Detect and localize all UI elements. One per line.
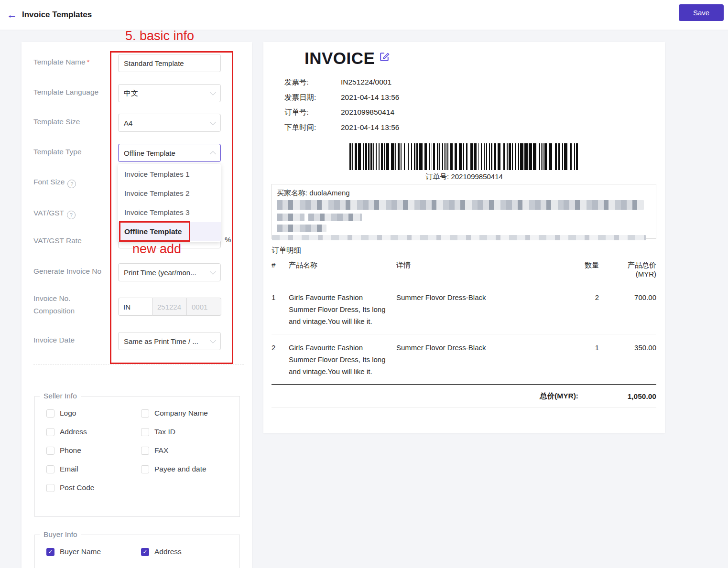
checkbox-label: Address — [60, 428, 87, 436]
col-no: # — [272, 261, 284, 278]
checkbox-label: Address — [154, 547, 182, 556]
generate-invoice-no-value: Print Time (year/mon... — [124, 268, 196, 277]
chevron-up-icon — [210, 151, 216, 157]
checkbox-label: Tax ID — [154, 428, 175, 436]
buyer-address-box: 买家名称: duolaAmeng — [272, 184, 656, 239]
template-language-label: Template Language — [33, 88, 98, 96]
redacted-address-line — [277, 200, 644, 210]
chevron-down-icon — [210, 89, 216, 96]
invoice-preview-panel: INVOICE 发票号:IN251224/0001发票日期:2021-04-14… — [263, 42, 665, 433]
checkbox-icon[interactable] — [141, 447, 149, 455]
checkbox-item[interactable]: Payee and date — [141, 465, 239, 473]
dropdown-option[interactable]: Invoice Templates 3 — [118, 203, 221, 222]
template-size-value: A4 — [124, 119, 132, 127]
chevron-down-icon — [210, 337, 216, 343]
checkbox-item[interactable]: Tax ID — [141, 428, 239, 436]
checkbox-icon[interactable] — [46, 409, 54, 418]
meta-label: 发票日期: — [284, 93, 341, 102]
chevron-down-icon — [210, 119, 216, 125]
checkbox-icon[interactable] — [46, 428, 54, 436]
checkbox-item[interactable]: Post Code — [46, 483, 141, 492]
meta-value: 2021-04-14 13:56 — [341, 123, 399, 132]
font-size-label: Font Size? — [33, 178, 76, 188]
seller-options: LogoCompany NameAddressTax IDPhoneFAXEma… — [35, 400, 239, 504]
invoice-no-composition-label: Invoice No. — [33, 294, 71, 303]
checkbox-checked-icon[interactable]: ✓ — [141, 548, 149, 556]
template-type-dropdown: Invoice Templates 1Invoice Templates 2In… — [118, 164, 221, 242]
barcode-caption: 订单号: 2021099850414 — [349, 172, 579, 182]
generate-invoice-no-select[interactable]: Print Time (year/mon... — [118, 263, 221, 281]
checkbox-item[interactable]: FAX — [141, 446, 239, 455]
buyer-name-text: 买家名称: duolaAmeng — [277, 189, 651, 198]
checkbox-icon[interactable] — [141, 428, 149, 436]
top-bar: ← Invoice Templates Save — [0, 0, 728, 30]
template-name-input[interactable]: Standard Template — [118, 54, 221, 72]
template-size-label: Template Size — [33, 118, 80, 126]
template-size-select[interactable]: A4 — [118, 114, 221, 132]
section-divider — [33, 364, 244, 364]
checkbox-label: Company Name — [154, 409, 208, 418]
checkbox-item[interactable]: ✓Buyer Name — [46, 547, 141, 556]
checkbox-item[interactable]: Phone — [46, 446, 141, 455]
percent-suffix: % — [225, 236, 231, 244]
invoice-date-select[interactable]: Same as Print Time / ... — [118, 332, 221, 350]
chevron-down-icon — [210, 268, 216, 275]
meta-label: 下单时间: — [284, 123, 341, 132]
row-total: 350.00 — [604, 342, 656, 377]
seller-info-group: Seller Info LogoCompany NameAddressTax I… — [34, 392, 240, 517]
checkbox-icon[interactable] — [141, 409, 149, 418]
redacted-address-line — [277, 225, 326, 232]
checkbox-label: Logo — [60, 409, 76, 418]
row-product-name: Girls Favourite Fashion Summer Flovor Dr… — [289, 291, 391, 327]
invoice-prefix-input[interactable]: IN — [118, 298, 152, 316]
dropdown-option[interactable]: Offline Template — [118, 222, 221, 241]
row-no: 1 — [272, 291, 284, 327]
checkbox-item[interactable]: Email — [46, 465, 141, 473]
checkbox-item[interactable]: Address — [46, 428, 141, 436]
generate-invoice-no-label: Generate Invoice No — [33, 267, 101, 276]
checkbox-icon[interactable] — [141, 465, 149, 473]
template-language-select[interactable]: 中文 — [118, 84, 221, 102]
checkbox-icon[interactable] — [46, 447, 54, 455]
checkbox-label: Buyer Name — [60, 547, 101, 556]
meta-value: 2021099850414 — [341, 107, 394, 117]
checkbox-checked-icon[interactable]: ✓ — [46, 548, 54, 556]
table-body: 1Girls Favourite Fashion Summer Flovor D… — [272, 284, 656, 385]
row-qty: 1 — [565, 342, 599, 377]
checkbox-label: Post Code — [60, 483, 94, 492]
invoice-meta-row: 发票日期:2021-04-14 13:56 — [284, 93, 399, 102]
template-type-select[interactable]: Offline Template — [118, 144, 221, 162]
checkbox-icon[interactable] — [46, 465, 54, 473]
invoice-meta-row: 发票号:IN251224/0001 — [284, 77, 399, 87]
barcode-image — [349, 143, 579, 170]
checkbox-label: Payee and date — [154, 465, 206, 473]
dropdown-option[interactable]: Invoice Templates 2 — [118, 184, 221, 203]
template-name-label: Template Name* — [33, 58, 90, 66]
row-qty: 2 — [565, 291, 599, 327]
checkbox-item[interactable]: Company Name — [141, 409, 239, 418]
barcode-block: 订单号: 2021099850414 — [349, 143, 579, 182]
row-detail: Summer Flovor Dress-Black — [396, 291, 561, 327]
edit-icon[interactable] — [379, 51, 391, 64]
meta-value: 2021-04-14 13:56 — [341, 93, 399, 102]
total-value: 1,050.00 — [578, 392, 656, 401]
back-arrow-icon[interactable]: ← — [7, 10, 17, 20]
invoice-meta-row: 订单号:2021099850414 — [284, 107, 399, 117]
invoice-title: INVOICE — [304, 50, 375, 66]
help-question-icon[interactable]: ? — [67, 211, 76, 219]
table-row: 1Girls Favourite Fashion Summer Flovor D… — [272, 284, 656, 334]
invoice-date-label: Invoice Date — [33, 336, 75, 344]
annotation-basic-info: 5. basic info — [125, 29, 194, 43]
dropdown-option[interactable]: Invoice Templates 1 — [118, 165, 221, 184]
save-button[interactable]: Save — [679, 4, 724, 21]
row-product-name: Girls Favourite Fashion Summer Flovor Dr… — [289, 342, 391, 377]
checkbox-item[interactable]: ✓Address — [141, 547, 239, 556]
template-type-value: Offline Template — [124, 149, 175, 157]
total-label: 总价(MYR): — [540, 391, 578, 401]
help-question-icon[interactable]: ? — [67, 180, 76, 188]
buyer-info-legend: Buyer Info — [40, 530, 81, 539]
checkbox-item[interactable]: Logo — [46, 409, 141, 418]
checkbox-icon[interactable] — [46, 484, 54, 492]
invoice-meta: 发票号:IN251224/0001发票日期:2021-04-14 13:56订单… — [284, 77, 399, 138]
order-items-table: # 产品名称 详情 数量 产品总价 (MYR) 1Girls Favourite… — [272, 258, 656, 408]
